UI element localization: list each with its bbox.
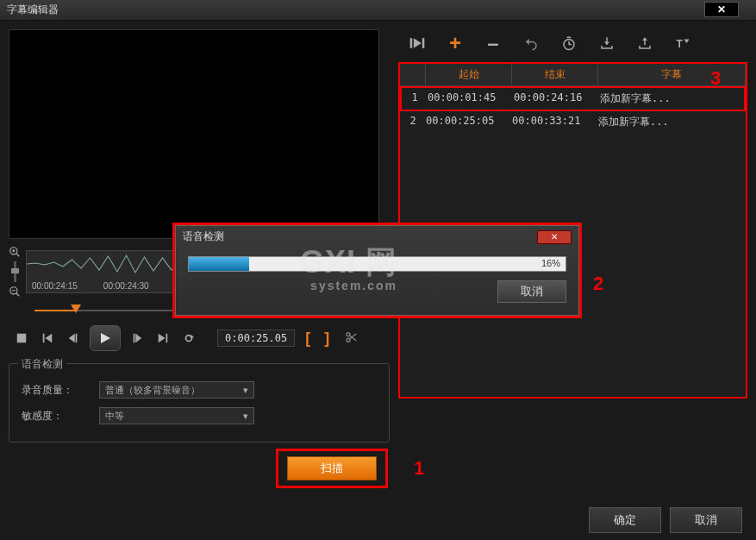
svg-marker-9 xyxy=(45,334,52,343)
text-style-icon[interactable]: T xyxy=(672,35,693,52)
col-end: 结束 xyxy=(512,64,598,85)
scan-button[interactable]: 扫描 xyxy=(287,456,377,480)
zoom-controls xyxy=(9,246,21,298)
voice-detect-panel: 语音检测 录音质量： 普通（较多背景噪音）▾ 敏感度： 中等▾ xyxy=(9,363,390,443)
modal-titlebar: 语音检测 ✕ xyxy=(176,226,578,248)
cut-button[interactable] xyxy=(345,330,359,347)
svg-text:T: T xyxy=(677,38,684,50)
stop-button[interactable] xyxy=(12,329,31,348)
svg-marker-23 xyxy=(414,38,422,48)
voice-detect-legend: 语音检测 xyxy=(18,357,66,372)
time-counter: 0:00:25.05 xyxy=(217,330,295,347)
progress-fill xyxy=(189,257,249,271)
add-subtitle-button[interactable]: + xyxy=(445,35,465,52)
table-header: 起始 结束 字幕 xyxy=(400,64,746,86)
mark-out-button[interactable]: ] xyxy=(324,330,329,348)
annotation-3: 3 xyxy=(710,67,721,90)
svg-marker-25 xyxy=(526,39,529,46)
voice-detect-modal-highlight: 语音检测 ✕ 16% 取消 xyxy=(172,223,582,318)
col-subtitle: 字幕 xyxy=(598,64,746,85)
ok-button[interactable]: 确定 xyxy=(589,507,661,533)
svg-marker-35 xyxy=(684,40,690,44)
col-start: 起始 xyxy=(426,64,512,85)
import-icon[interactable] xyxy=(597,35,617,52)
timing-icon[interactable] xyxy=(559,35,579,52)
timecode: 00:00:24:30 xyxy=(103,281,149,291)
step-back-button[interactable] xyxy=(64,329,83,348)
modal-close-button[interactable]: ✕ xyxy=(537,230,572,244)
svg-rect-22 xyxy=(410,38,413,48)
window-close-button[interactable]: ✕ xyxy=(704,2,739,17)
svg-rect-11 xyxy=(76,334,78,343)
loop-button[interactable] xyxy=(179,329,198,348)
step-fwd-button[interactable] xyxy=(128,329,147,348)
modal-title: 语音检测 xyxy=(183,229,224,244)
annotation-1: 1 xyxy=(414,457,424,480)
svg-rect-7 xyxy=(17,334,27,343)
svg-rect-24 xyxy=(422,38,425,48)
prev-button[interactable] xyxy=(38,329,57,348)
svg-line-1 xyxy=(16,254,20,257)
sensitivity-label: 敏感度： xyxy=(22,409,99,424)
progress-bar: 16% xyxy=(188,256,566,272)
seekbar-thumb[interactable] xyxy=(71,305,81,313)
titlebar: 字幕编辑器 xyxy=(0,0,756,21)
table-row[interactable]: 1 00:00:01:45 00:00:24:16 添加新字幕... xyxy=(400,86,746,111)
svg-rect-8 xyxy=(43,334,45,343)
window-title: 字幕编辑器 xyxy=(7,3,749,17)
zoom-slider[interactable] xyxy=(14,261,16,282)
play-snippet-icon[interactable] xyxy=(407,35,428,52)
svg-marker-10 xyxy=(69,334,75,343)
quality-label: 录音质量： xyxy=(22,383,99,398)
sensitivity-select[interactable]: 中等▾ xyxy=(99,407,254,424)
subtitle-toolbar: + – T xyxy=(398,29,747,57)
annotation-2: 2 xyxy=(593,273,603,295)
voice-detect-modal: 语音检测 ✕ 16% 取消 xyxy=(175,225,579,316)
remove-subtitle-button[interactable]: – xyxy=(483,35,503,52)
quality-select[interactable]: 普通（较多背景噪音）▾ xyxy=(99,381,254,399)
footer-buttons: 确定 取消 xyxy=(589,507,742,533)
svg-marker-12 xyxy=(101,333,110,343)
scan-highlight: 扫描 xyxy=(276,449,388,488)
undo-icon[interactable] xyxy=(521,35,541,52)
zoom-in-icon[interactable] xyxy=(9,246,21,258)
video-preview xyxy=(9,29,379,239)
svg-marker-33 xyxy=(642,37,647,41)
svg-rect-14 xyxy=(134,334,135,343)
mark-in-button[interactable]: [ xyxy=(305,330,310,348)
transport-controls: 0:00:25.05 [ ] xyxy=(12,320,390,356)
progress-percent: 16% xyxy=(541,258,560,268)
zoom-out-icon[interactable] xyxy=(9,286,21,298)
next-button[interactable] xyxy=(153,329,172,348)
export-icon[interactable] xyxy=(634,35,655,52)
col-index xyxy=(400,64,426,85)
timecode: 00:00:24:15 xyxy=(32,281,78,291)
svg-line-5 xyxy=(16,293,20,297)
modal-cancel-button[interactable]: 取消 xyxy=(497,280,566,303)
svg-marker-31 xyxy=(604,42,609,46)
play-button[interactable] xyxy=(90,325,121,351)
svg-marker-13 xyxy=(135,334,141,343)
svg-marker-15 xyxy=(159,334,166,343)
table-row[interactable]: 2 00:00:25:05 00:00:33:21 添加新字幕... xyxy=(400,111,746,133)
cancel-button[interactable]: 取消 xyxy=(670,507,742,533)
svg-rect-16 xyxy=(166,334,168,343)
